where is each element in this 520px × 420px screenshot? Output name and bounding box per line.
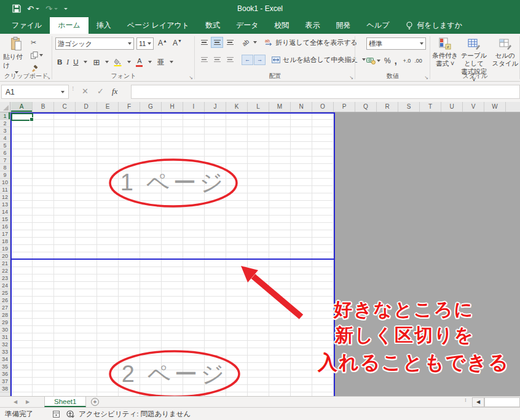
cut-button[interactable]: ✂: [31, 37, 49, 47]
row-header-36[interactable]: 36: [0, 370, 10, 378]
decrease-indent-button[interactable]: ←: [242, 55, 253, 64]
page-break-line[interactable]: [10, 259, 335, 260]
tab-help[interactable]: ヘルプ: [359, 17, 398, 34]
sheet-tab-sheet1[interactable]: Sheet1: [44, 397, 86, 407]
column-header-c[interactable]: C: [54, 102, 76, 112]
font-dialog-launcher[interactable]: ↘: [189, 76, 193, 80]
tab-data[interactable]: データ: [228, 17, 267, 34]
tab-developer[interactable]: 開発: [328, 17, 359, 34]
tabbar-splitter[interactable]: ⁝: [465, 399, 467, 401]
alignment-dialog-launcher[interactable]: ↘: [349, 76, 353, 80]
number-format-combo[interactable]: 標準: [366, 37, 426, 50]
row-header-33[interactable]: 33: [0, 348, 10, 356]
row-header-9[interactable]: 9: [0, 171, 10, 179]
row-header-10[interactable]: 10: [0, 179, 10, 186]
hscroll-left-button[interactable]: ◀: [472, 397, 484, 407]
row-header-17[interactable]: 17: [0, 230, 10, 238]
row-header-2[interactable]: 2: [0, 120, 10, 127]
percent-style-button[interactable]: %: [384, 56, 391, 65]
row-header-14[interactable]: 14: [0, 208, 10, 216]
row-header-35[interactable]: 35: [0, 363, 10, 370]
prev-sheet-arrow[interactable]: ◀: [14, 397, 17, 408]
row-header-30[interactable]: 30: [0, 326, 10, 333]
row-header-11[interactable]: 11: [0, 186, 10, 193]
tab-view[interactable]: 表示: [297, 17, 328, 34]
column-header-u[interactable]: U: [441, 102, 463, 112]
paste-button[interactable]: 貼り付け: [3, 37, 29, 74]
comma-style-button[interactable]: ,: [395, 56, 397, 66]
row-header-31[interactable]: 31: [0, 333, 10, 341]
selected-cell-a1[interactable]: [11, 113, 33, 121]
select-all-corner[interactable]: [0, 102, 10, 112]
row-header-7[interactable]: 7: [0, 157, 10, 164]
column-header-v[interactable]: V: [463, 102, 484, 112]
tab-formulas[interactable]: 数式: [197, 17, 228, 34]
copy-button[interactable]: [31, 50, 49, 60]
column-header-d[interactable]: D: [76, 102, 97, 112]
column-header-f[interactable]: F: [119, 102, 140, 112]
row-header-4[interactable]: 4: [0, 134, 10, 142]
column-header-o[interactable]: O: [312, 102, 334, 112]
column-header-r[interactable]: R: [377, 102, 398, 112]
align-right-button[interactable]: [224, 55, 235, 64]
row-header-18[interactable]: 18: [0, 238, 10, 245]
fill-color-button[interactable]: [114, 58, 122, 66]
bold-button[interactable]: B: [57, 58, 62, 66]
decrease-decimal-button[interactable]: .00: [414, 58, 422, 64]
font-color-button[interactable]: A: [136, 58, 143, 66]
formula-input[interactable]: [131, 85, 520, 99]
column-header-p[interactable]: P: [334, 102, 355, 112]
column-header-q[interactable]: Q: [355, 102, 377, 112]
align-top-button[interactable]: [199, 37, 210, 47]
column-header-w[interactable]: W: [484, 102, 506, 112]
column-header-g[interactable]: G: [140, 102, 162, 112]
macro-record-icon[interactable]: [53, 411, 60, 419]
row-header-12[interactable]: 12: [0, 193, 10, 201]
column-header-n[interactable]: N: [291, 102, 312, 112]
font-name-combo[interactable]: 游ゴシック: [55, 37, 134, 50]
row-header-29[interactable]: 29: [0, 319, 10, 326]
column-header-l[interactable]: L: [248, 102, 269, 112]
clipboard-dialog-launcher[interactable]: ↘: [46, 76, 50, 80]
row-header-28[interactable]: 28: [0, 311, 10, 319]
row-header-25[interactable]: 25: [0, 289, 10, 297]
name-box[interactable]: A1: [1, 85, 69, 99]
wrap-text-button[interactable]: ab 折り返して全体を表示する: [265, 38, 358, 47]
row-header-13[interactable]: 13: [0, 201, 10, 208]
row-header-19[interactable]: 19: [0, 245, 10, 252]
row-header-6[interactable]: 6: [0, 149, 10, 157]
row-header-21[interactable]: 21: [0, 260, 10, 267]
tab-home[interactable]: ホーム: [50, 17, 89, 34]
row-header-34[interactable]: 34: [0, 356, 10, 363]
align-left-button[interactable]: [199, 55, 210, 64]
row-header-16[interactable]: 16: [0, 223, 10, 230]
column-header-a[interactable]: A: [11, 102, 33, 112]
row-header-15[interactable]: 15: [0, 216, 10, 223]
enter-button[interactable]: ✓: [97, 87, 104, 96]
increase-indent-button[interactable]: →: [254, 55, 265, 64]
tell-me-box[interactable]: 何をしますか: [400, 17, 468, 34]
align-bottom-button[interactable]: [224, 37, 235, 47]
row-header-37[interactable]: 37: [0, 378, 10, 385]
tab-review[interactable]: 校閲: [267, 17, 297, 34]
tab-page-layout[interactable]: ページ レイアウト: [119, 17, 197, 34]
column-header-t[interactable]: T: [420, 102, 441, 112]
number-dialog-launcher[interactable]: ↘: [424, 76, 428, 80]
borders-button[interactable]: ⊞: [93, 58, 100, 67]
row-header-5[interactable]: 5: [0, 142, 10, 149]
formula-bar-splitter[interactable]: ⁝: [72, 87, 74, 90]
italic-button[interactable]: I: [66, 58, 69, 66]
row-header-3[interactable]: 3: [0, 127, 10, 134]
row-header-22[interactable]: 22: [0, 267, 10, 274]
column-header-s[interactable]: S: [398, 102, 420, 112]
tab-insert[interactable]: 挿入: [89, 17, 119, 34]
new-sheet-button[interactable]: +: [91, 398, 99, 406]
row-header-38[interactable]: 38: [0, 385, 10, 392]
orientation-button[interactable]: ab: [241, 37, 251, 47]
phonetic-guide-button[interactable]: 亜: [157, 58, 164, 67]
grow-font-button[interactable]: A▲: [158, 39, 167, 47]
merge-center-button[interactable]: セルを結合して中央揃え: [272, 55, 366, 64]
increase-decimal-button[interactable]: +.0: [403, 58, 411, 64]
next-sheet-arrow[interactable]: ▶: [26, 397, 30, 408]
row-header-27[interactable]: 27: [0, 304, 10, 311]
